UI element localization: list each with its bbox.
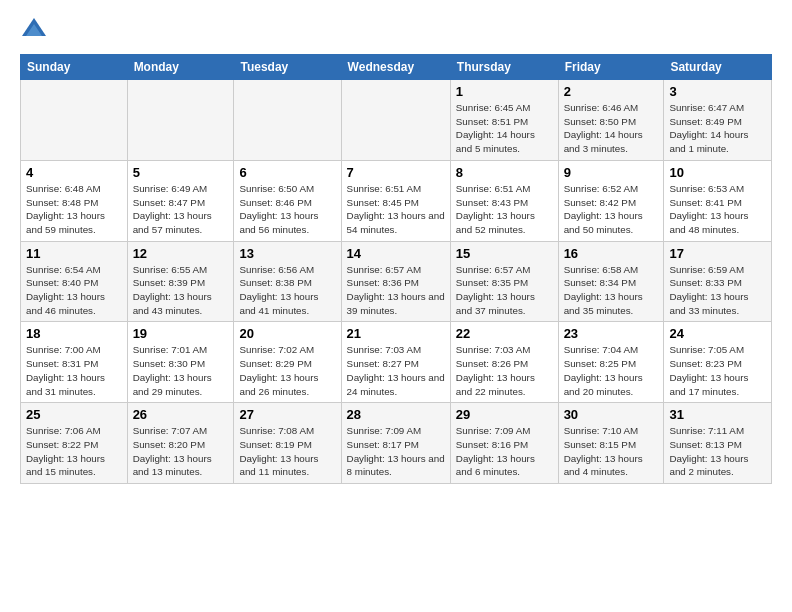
day-number: 24 <box>669 326 766 341</box>
calendar-cell: 13Sunrise: 6:56 AM Sunset: 8:38 PM Dayli… <box>234 241 341 322</box>
calendar-cell: 19Sunrise: 7:01 AM Sunset: 8:30 PM Dayli… <box>127 322 234 403</box>
day-number: 4 <box>26 165 122 180</box>
calendar-cell: 3Sunrise: 6:47 AM Sunset: 8:49 PM Daylig… <box>664 80 772 161</box>
day-info: Sunrise: 6:57 AM Sunset: 8:35 PM Dayligh… <box>456 263 553 318</box>
day-info: Sunrise: 7:09 AM Sunset: 8:16 PM Dayligh… <box>456 424 553 479</box>
week-row-2: 4Sunrise: 6:48 AM Sunset: 8:48 PM Daylig… <box>21 160 772 241</box>
calendar-cell: 4Sunrise: 6:48 AM Sunset: 8:48 PM Daylig… <box>21 160 128 241</box>
calendar-cell: 15Sunrise: 6:57 AM Sunset: 8:35 PM Dayli… <box>450 241 558 322</box>
day-info: Sunrise: 6:59 AM Sunset: 8:33 PM Dayligh… <box>669 263 766 318</box>
calendar-cell: 17Sunrise: 6:59 AM Sunset: 8:33 PM Dayli… <box>664 241 772 322</box>
calendar-cell: 2Sunrise: 6:46 AM Sunset: 8:50 PM Daylig… <box>558 80 664 161</box>
calendar-table: SundayMondayTuesdayWednesdayThursdayFrid… <box>20 54 772 484</box>
day-number: 30 <box>564 407 659 422</box>
calendar-cell: 20Sunrise: 7:02 AM Sunset: 8:29 PM Dayli… <box>234 322 341 403</box>
day-info: Sunrise: 7:07 AM Sunset: 8:20 PM Dayligh… <box>133 424 229 479</box>
day-info: Sunrise: 7:11 AM Sunset: 8:13 PM Dayligh… <box>669 424 766 479</box>
day-number: 19 <box>133 326 229 341</box>
calendar-cell: 16Sunrise: 6:58 AM Sunset: 8:34 PM Dayli… <box>558 241 664 322</box>
day-number: 5 <box>133 165 229 180</box>
day-number: 31 <box>669 407 766 422</box>
calendar-cell: 21Sunrise: 7:03 AM Sunset: 8:27 PM Dayli… <box>341 322 450 403</box>
day-number: 9 <box>564 165 659 180</box>
day-info: Sunrise: 7:00 AM Sunset: 8:31 PM Dayligh… <box>26 343 122 398</box>
day-info: Sunrise: 6:53 AM Sunset: 8:41 PM Dayligh… <box>669 182 766 237</box>
week-row-5: 25Sunrise: 7:06 AM Sunset: 8:22 PM Dayli… <box>21 403 772 484</box>
calendar-cell: 6Sunrise: 6:50 AM Sunset: 8:46 PM Daylig… <box>234 160 341 241</box>
day-info: Sunrise: 7:09 AM Sunset: 8:17 PM Dayligh… <box>347 424 445 479</box>
day-info: Sunrise: 6:48 AM Sunset: 8:48 PM Dayligh… <box>26 182 122 237</box>
calendar-cell: 29Sunrise: 7:09 AM Sunset: 8:16 PM Dayli… <box>450 403 558 484</box>
calendar-cell: 5Sunrise: 6:49 AM Sunset: 8:47 PM Daylig… <box>127 160 234 241</box>
day-info: Sunrise: 6:50 AM Sunset: 8:46 PM Dayligh… <box>239 182 335 237</box>
header-cell-friday: Friday <box>558 55 664 80</box>
day-info: Sunrise: 6:46 AM Sunset: 8:50 PM Dayligh… <box>564 101 659 156</box>
calendar-cell <box>21 80 128 161</box>
day-info: Sunrise: 6:56 AM Sunset: 8:38 PM Dayligh… <box>239 263 335 318</box>
header-cell-sunday: Sunday <box>21 55 128 80</box>
day-number: 16 <box>564 246 659 261</box>
day-info: Sunrise: 7:01 AM Sunset: 8:30 PM Dayligh… <box>133 343 229 398</box>
day-number: 1 <box>456 84 553 99</box>
header-cell-tuesday: Tuesday <box>234 55 341 80</box>
week-row-3: 11Sunrise: 6:54 AM Sunset: 8:40 PM Dayli… <box>21 241 772 322</box>
calendar-cell: 22Sunrise: 7:03 AM Sunset: 8:26 PM Dayli… <box>450 322 558 403</box>
week-row-4: 18Sunrise: 7:00 AM Sunset: 8:31 PM Dayli… <box>21 322 772 403</box>
calendar-cell: 31Sunrise: 7:11 AM Sunset: 8:13 PM Dayli… <box>664 403 772 484</box>
day-info: Sunrise: 7:10 AM Sunset: 8:15 PM Dayligh… <box>564 424 659 479</box>
day-info: Sunrise: 6:45 AM Sunset: 8:51 PM Dayligh… <box>456 101 553 156</box>
page: SundayMondayTuesdayWednesdayThursdayFrid… <box>0 0 792 494</box>
calendar-cell: 27Sunrise: 7:08 AM Sunset: 8:19 PM Dayli… <box>234 403 341 484</box>
calendar-cell: 26Sunrise: 7:07 AM Sunset: 8:20 PM Dayli… <box>127 403 234 484</box>
calendar-cell: 30Sunrise: 7:10 AM Sunset: 8:15 PM Dayli… <box>558 403 664 484</box>
day-info: Sunrise: 6:55 AM Sunset: 8:39 PM Dayligh… <box>133 263 229 318</box>
calendar-cell: 11Sunrise: 6:54 AM Sunset: 8:40 PM Dayli… <box>21 241 128 322</box>
day-info: Sunrise: 6:47 AM Sunset: 8:49 PM Dayligh… <box>669 101 766 156</box>
day-number: 6 <box>239 165 335 180</box>
header-cell-wednesday: Wednesday <box>341 55 450 80</box>
calendar-cell: 1Sunrise: 6:45 AM Sunset: 8:51 PM Daylig… <box>450 80 558 161</box>
header-cell-saturday: Saturday <box>664 55 772 80</box>
day-info: Sunrise: 7:04 AM Sunset: 8:25 PM Dayligh… <box>564 343 659 398</box>
week-row-1: 1Sunrise: 6:45 AM Sunset: 8:51 PM Daylig… <box>21 80 772 161</box>
day-number: 7 <box>347 165 445 180</box>
day-number: 28 <box>347 407 445 422</box>
calendar-cell: 18Sunrise: 7:00 AM Sunset: 8:31 PM Dayli… <box>21 322 128 403</box>
calendar-body: 1Sunrise: 6:45 AM Sunset: 8:51 PM Daylig… <box>21 80 772 484</box>
header-cell-thursday: Thursday <box>450 55 558 80</box>
day-number: 20 <box>239 326 335 341</box>
calendar-cell: 12Sunrise: 6:55 AM Sunset: 8:39 PM Dayli… <box>127 241 234 322</box>
day-number: 21 <box>347 326 445 341</box>
day-info: Sunrise: 6:57 AM Sunset: 8:36 PM Dayligh… <box>347 263 445 318</box>
calendar-cell <box>234 80 341 161</box>
calendar-cell: 10Sunrise: 6:53 AM Sunset: 8:41 PM Dayli… <box>664 160 772 241</box>
day-number: 26 <box>133 407 229 422</box>
calendar-cell: 24Sunrise: 7:05 AM Sunset: 8:23 PM Dayli… <box>664 322 772 403</box>
day-number: 12 <box>133 246 229 261</box>
calendar-cell <box>127 80 234 161</box>
day-number: 3 <box>669 84 766 99</box>
day-number: 22 <box>456 326 553 341</box>
day-info: Sunrise: 7:03 AM Sunset: 8:26 PM Dayligh… <box>456 343 553 398</box>
calendar-header: SundayMondayTuesdayWednesdayThursdayFrid… <box>21 55 772 80</box>
day-number: 13 <box>239 246 335 261</box>
calendar-cell: 28Sunrise: 7:09 AM Sunset: 8:17 PM Dayli… <box>341 403 450 484</box>
logo-icon <box>20 16 48 44</box>
day-number: 18 <box>26 326 122 341</box>
header-row: SundayMondayTuesdayWednesdayThursdayFrid… <box>21 55 772 80</box>
day-number: 27 <box>239 407 335 422</box>
day-info: Sunrise: 7:08 AM Sunset: 8:19 PM Dayligh… <box>239 424 335 479</box>
calendar-cell <box>341 80 450 161</box>
day-number: 10 <box>669 165 766 180</box>
day-info: Sunrise: 6:52 AM Sunset: 8:42 PM Dayligh… <box>564 182 659 237</box>
calendar-cell: 23Sunrise: 7:04 AM Sunset: 8:25 PM Dayli… <box>558 322 664 403</box>
day-number: 2 <box>564 84 659 99</box>
day-number: 29 <box>456 407 553 422</box>
day-info: Sunrise: 7:05 AM Sunset: 8:23 PM Dayligh… <box>669 343 766 398</box>
day-info: Sunrise: 6:49 AM Sunset: 8:47 PM Dayligh… <box>133 182 229 237</box>
day-info: Sunrise: 7:02 AM Sunset: 8:29 PM Dayligh… <box>239 343 335 398</box>
day-info: Sunrise: 6:54 AM Sunset: 8:40 PM Dayligh… <box>26 263 122 318</box>
calendar-cell: 14Sunrise: 6:57 AM Sunset: 8:36 PM Dayli… <box>341 241 450 322</box>
day-info: Sunrise: 6:58 AM Sunset: 8:34 PM Dayligh… <box>564 263 659 318</box>
day-info: Sunrise: 6:51 AM Sunset: 8:45 PM Dayligh… <box>347 182 445 237</box>
